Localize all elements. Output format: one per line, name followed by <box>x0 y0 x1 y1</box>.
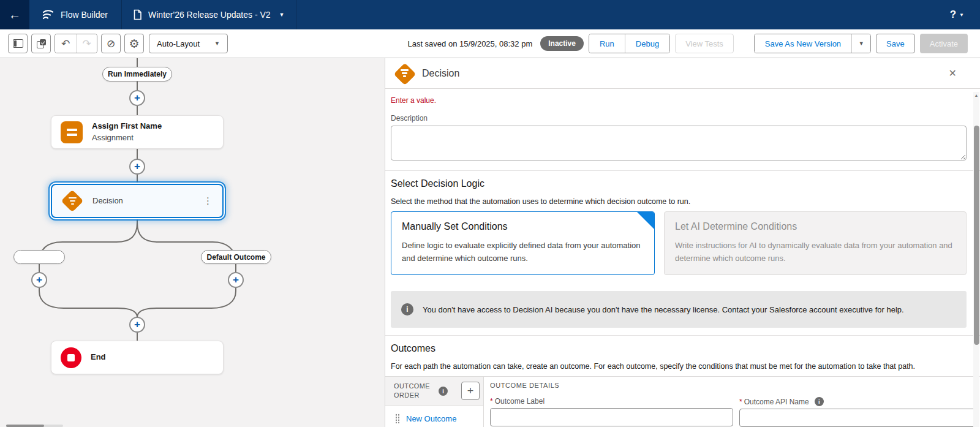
logic-card-manual-selected[interactable]: Manually Set Conditions Define logic to … <box>391 211 655 275</box>
save-button[interactable]: Save <box>876 34 915 53</box>
add-element-button[interactable]: + <box>129 90 145 106</box>
add-element-button[interactable]: + <box>31 272 47 288</box>
logic-card-title: Let AI Determine Conditions <box>675 221 956 232</box>
outcome-label-input[interactable] <box>490 408 733 426</box>
flow-builder-logo-icon <box>42 9 54 20</box>
node-subtitle: Assignment <box>92 132 162 143</box>
toolbar-actions: Last saved on 15/9/2025, 08:32 pm Inacti… <box>407 34 968 53</box>
layout-mode-select[interactable]: Auto-Layout ▼ <box>149 34 228 53</box>
decision-logic-heading: Select Decision Logic <box>391 178 967 189</box>
save-as-new-version-group: Save As New Version ▼ <box>754 34 871 53</box>
copy-icon <box>37 39 46 48</box>
node-end[interactable]: End <box>51 341 224 374</box>
flow-canvas[interactable]: Run Immediately + Assign First Name Assi… <box>0 58 385 427</box>
required-marker: * <box>739 398 742 406</box>
panel-toggle-icon <box>13 39 23 48</box>
outcome-order-label: OUTCOME ORDER <box>394 382 434 400</box>
scrollbar-thumb[interactable] <box>974 126 979 345</box>
add-element-button[interactable]: + <box>129 317 145 333</box>
validation-error-text: Enter a value. <box>391 96 967 105</box>
drag-handle-icon[interactable] <box>395 414 400 423</box>
flow-menu-caret-icon[interactable]: ▼ <box>279 12 285 18</box>
outcome-api-name-input[interactable] <box>739 409 979 427</box>
section-divider <box>385 170 980 171</box>
help-menu[interactable]: ? ▼ <box>950 0 980 29</box>
add-element-button[interactable]: + <box>228 272 244 288</box>
help-icon: ? <box>950 9 956 21</box>
flow-settings-button[interactable]: ⚙ <box>124 34 144 53</box>
close-panel-button[interactable]: ✕ <box>949 67 957 79</box>
flow-tab[interactable]: Winter'26 Release Updates - V2 ▼ <box>122 0 296 29</box>
node-title: End <box>91 352 106 363</box>
layout-mode-value: Auto-Layout <box>157 39 200 48</box>
logic-card-body: Define logic to evaluate explicitly defi… <box>402 240 644 265</box>
flow-builder-app: ← Flow Builder Winter'26 Release Updates… <box>0 0 980 427</box>
outcome-list-item[interactable]: New Outcome <box>385 406 483 423</box>
app-name: Flow Builder <box>61 10 108 20</box>
logic-card-ai-disabled: Let AI Determine Conditions Write instru… <box>664 211 967 275</box>
plus-icon: + <box>134 93 140 103</box>
document-icon <box>133 9 142 20</box>
outcomes-subtext: For each path the automation can take, c… <box>391 362 967 371</box>
last-saved-text: Last saved on 15/9/2025, 08:32 pm <box>407 39 532 48</box>
outcome-fields: * Outcome Label * Outcome API Name i <box>490 397 979 427</box>
disable-elements-button[interactable]: ⊘ <box>101 34 121 53</box>
node-decision-selected[interactable]: Decision ⋮ <box>51 184 224 218</box>
outcome-order-header: OUTCOME ORDER i + <box>385 377 483 406</box>
close-icon: ✕ <box>949 68 957 78</box>
branch-label-left[interactable] <box>13 250 65 264</box>
node-title: Assign First Name <box>92 121 162 132</box>
license-notice-text: You don't have access to Decision AI bec… <box>423 305 904 314</box>
start-node-run-immediately[interactable]: Run Immediately <box>102 67 172 81</box>
scroll-up-arrow-icon[interactable]: ▲ <box>973 93 979 97</box>
undo-redo-group: ↶ ↷ <box>55 34 97 53</box>
debug-button[interactable]: Debug <box>625 34 669 53</box>
toggle-toolbox-button[interactable] <box>8 34 28 53</box>
branch-label-default-outcome[interactable]: Default Outcome <box>201 250 271 264</box>
panel-body: Enter a value. Description Select Decisi… <box>385 89 980 427</box>
help-caret-icon: ▼ <box>959 12 964 18</box>
outcome-order-column: OUTCOME ORDER i + New Outcome <box>385 377 484 427</box>
logic-card-title: Manually Set Conditions <box>402 221 644 232</box>
description-textarea[interactable] <box>391 126 967 161</box>
run-button[interactable]: Run <box>589 34 625 53</box>
activate-button[interactable]: Activate <box>920 34 968 53</box>
copy-elements-button[interactable] <box>31 34 51 53</box>
description-label: Description <box>391 114 967 123</box>
outcome-details-column: OUTCOME DETAILS * Outcome Label * <box>484 377 980 427</box>
status-badge: Inactive <box>540 36 584 51</box>
node-menu-kebab-icon[interactable]: ⋮ <box>203 195 213 206</box>
layout-caret-icon: ▼ <box>214 40 220 47</box>
node-title: Decision <box>92 195 123 206</box>
redo-button[interactable]: ↷ <box>76 34 97 53</box>
panel-title: Decision <box>422 68 459 79</box>
end-icon <box>61 347 81 368</box>
add-element-button[interactable]: + <box>129 159 145 175</box>
panel-header: Decision ✕ <box>385 58 980 89</box>
info-icon: i <box>815 397 824 406</box>
decision-icon <box>61 190 83 212</box>
plus-icon: + <box>134 319 140 330</box>
undo-button[interactable]: ↶ <box>55 34 76 53</box>
new-outcome-link[interactable]: New Outcome <box>406 414 456 423</box>
decision-logic-subtext: Select the method that the automation us… <box>391 197 967 206</box>
node-assign-first-name[interactable]: Assign First Name Assignment <box>51 115 224 149</box>
top-navbar: ← Flow Builder Winter'26 Release Updates… <box>0 0 980 29</box>
assignment-icon <box>61 121 83 143</box>
scrollbar-thumb[interactable] <box>6 425 44 427</box>
info-icon: i <box>439 387 448 396</box>
outcome-api-name-text: Outcome API Name <box>744 398 809 406</box>
back-button[interactable]: ← <box>0 0 29 29</box>
outcomes-editor: OUTCOME ORDER i + New Outcome OUTCOME DE… <box>385 376 980 427</box>
view-tests-button[interactable]: View Tests <box>675 34 734 53</box>
panel-vertical-scrollbar[interactable]: ▲ <box>973 92 979 427</box>
outcome-details-header: OUTCOME DETAILS <box>490 382 979 389</box>
add-outcome-button[interactable]: + <box>461 382 480 400</box>
canvas-horizontal-scrollbar[interactable] <box>6 425 63 427</box>
save-as-new-version-button[interactable]: Save As New Version <box>755 34 851 53</box>
save-options-caret-button[interactable]: ▼ <box>851 34 870 53</box>
app-branding: Flow Builder <box>29 0 122 29</box>
flow-title: Winter'26 Release Updates - V2 <box>148 10 271 20</box>
plus-icon: + <box>233 274 239 285</box>
plus-icon: + <box>134 161 140 172</box>
